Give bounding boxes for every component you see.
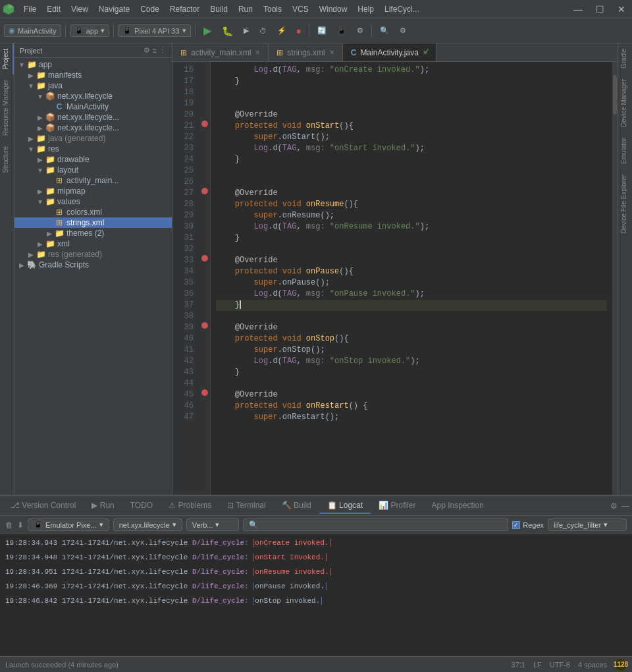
tree-item-activity-main-xml[interactable]: ▶ ⊞ activity_main... (14, 175, 172, 186)
tab-terminal[interactable]: ⊡ Terminal (219, 498, 273, 514)
status-line-ending[interactable]: LF (533, 661, 542, 669)
menu-refactor[interactable]: Refactor (165, 3, 205, 15)
status-encoding[interactable]: UTF-8 (550, 661, 570, 669)
apply-changes-button[interactable]: ⚡ (273, 24, 290, 37)
sync-button[interactable]: 🔄 (313, 24, 330, 37)
scroll-to-end-icon[interactable]: ⬇ (17, 520, 24, 530)
menu-run[interactable]: Run (233, 3, 258, 15)
sidebar-item-device-file-explorer[interactable]: Device File Explorer (618, 169, 632, 238)
coverage-button[interactable]: ▶̈ (240, 24, 253, 37)
sidebar-item-gradle[interactable]: Gradle (618, 43, 632, 74)
tree-item-layout[interactable]: ▼ 📁 layout (14, 165, 172, 175)
run-config-dropdown[interactable]: ◉ MainActivity (4, 24, 61, 37)
tree-item-res[interactable]: ▼ 📁 res (14, 144, 172, 154)
menu-navigate[interactable]: Navigate (93, 3, 135, 15)
tab-run[interactable]: ▶ Run (84, 498, 122, 514)
tab-activity-main-xml[interactable]: ⊞ activity_main.xml ✕ (172, 43, 269, 61)
project-dropdown[interactable]: 📱 app ▾ (70, 24, 109, 37)
regex-checkbox-area[interactable]: ✓ Regex (512, 521, 544, 529)
menu-code[interactable]: Code (135, 3, 165, 15)
tree-item-manifests[interactable]: ▶ 📁 manifests (14, 70, 172, 80)
package-dropdown[interactable]: net.xyx.lifecycle ▾ (113, 518, 182, 531)
gutter-27[interactable] (199, 185, 210, 196)
tree-item-java[interactable]: ▼ 📁 java (14, 80, 172, 91)
sidebar-item-device-manager[interactable]: Device Manager (618, 74, 632, 132)
code-scroll-thumb[interactable] (613, 75, 617, 115)
tab-problems[interactable]: ⚠ Problems (161, 498, 219, 514)
project-settings-icon[interactable]: ⚙ (144, 46, 150, 55)
level-dropdown[interactable]: Verb... ▾ (186, 518, 239, 531)
close-button[interactable]: ✕ (614, 4, 629, 14)
tree-label-themes: themes (2) (66, 229, 104, 238)
tab-strings-xml[interactable]: ⊞ strings.xml ✕ (269, 43, 342, 61)
tree-item-mipmap[interactable]: ▶ 📁 mipmap (14, 186, 172, 196)
tab-close-strings[interactable]: ✕ (329, 49, 334, 56)
code-content[interactable]: Log.d(TAG, msg: "onCreate invoked."); } … (211, 62, 612, 495)
code-scrollbar[interactable] (612, 62, 618, 495)
sidebar-item-project[interactable]: Project (0, 43, 14, 74)
avd-manager-button[interactable]: 📱 (333, 24, 350, 37)
minimize-button[interactable]: — (569, 4, 587, 14)
tab-todo[interactable]: TODO (122, 498, 161, 514)
tree-item-mainactivity[interactable]: ▶ C MainActivity (14, 101, 172, 112)
status-indent[interactable]: 4 spaces (578, 661, 607, 669)
project-more-icon[interactable]: ⋮ (159, 46, 167, 55)
tab-build[interactable]: 🔨 Build (274, 498, 319, 514)
tab-logcat[interactable]: 📋 Logcat (319, 498, 371, 514)
tree-item-app[interactable]: ▼ 📁 app (14, 59, 172, 70)
warning-badge[interactable]: 1128 (615, 659, 627, 671)
menu-file[interactable]: File (18, 3, 41, 15)
tree-item-xml[interactable]: ▶ 📁 xml (14, 238, 172, 249)
device-dropdown[interactable]: 📱 Pixel 4 API 33 ▾ (118, 24, 191, 37)
sidebar-item-resource-manager[interactable]: Resource Manager (0, 74, 14, 141)
menu-tools[interactable]: Tools (258, 3, 287, 15)
menu-edit[interactable]: Edit (41, 3, 66, 15)
logcat-search-input[interactable] (261, 521, 503, 529)
regex-checkbox[interactable]: ✓ (512, 521, 520, 529)
project-collapse-icon[interactable]: ≡ (153, 47, 157, 55)
menu-view[interactable]: View (66, 3, 93, 15)
settings-button[interactable]: ⚙ (396, 24, 410, 37)
menu-build[interactable]: Build (205, 3, 233, 15)
gutter-39[interactable] (199, 320, 210, 331)
gutter-21[interactable] (199, 118, 210, 129)
sidebar-item-emulator[interactable]: Emulator (618, 132, 632, 169)
tab-profiler[interactable]: 📊 Profiler (371, 498, 423, 514)
tree-item-package-3[interactable]: ▶ 📦 net.xyx.lifecycle... (14, 123, 172, 133)
tree-item-strings-xml[interactable]: ▶ ⊞ strings.xml (14, 217, 172, 228)
tree-item-colors-xml[interactable]: ▶ ⊞ colors.xml (14, 207, 172, 217)
tree-item-res-generated[interactable]: ▶ 📁 res (generated) (14, 249, 172, 260)
tab-close-activity-main[interactable]: ✕ (255, 49, 260, 56)
logcat-search-box[interactable]: 🔍 (243, 518, 509, 531)
tab-version-control[interactable]: ⎇ Version Control (3, 498, 84, 514)
tree-item-values[interactable]: ▼ 📁 values (14, 196, 172, 207)
sdk-manager-button[interactable]: ⚙ (353, 24, 367, 37)
menu-help[interactable]: Help (352, 3, 379, 15)
menu-window[interactable]: Window (314, 3, 353, 15)
tree-item-drawable[interactable]: ▶ 📁 drawable (14, 154, 172, 165)
minimize-panel-icon[interactable]: — (621, 501, 629, 511)
run-button[interactable]: ▶ (199, 22, 215, 39)
search-button[interactable]: 🔍 (376, 24, 393, 37)
clear-logcat-icon[interactable]: 🗑 (5, 520, 13, 530)
tree-item-package-2[interactable]: ▶ 📦 net.xyx.lifecycle... (14, 112, 172, 123)
menu-vcs[interactable]: VCS (287, 3, 314, 15)
line-num-16: 16 (172, 65, 194, 76)
settings-gear-icon[interactable]: ⚙ (610, 501, 618, 511)
profile-button[interactable]: ⏱ (255, 25, 271, 37)
tree-item-package-main[interactable]: ▼ 📦 net.xyx.lifecycle (14, 91, 172, 101)
gutter-45[interactable] (199, 387, 210, 398)
status-position[interactable]: 37:1 (512, 661, 525, 669)
tree-item-gradle-scripts[interactable]: ▶ 🐘 Gradle Scripts (14, 260, 172, 270)
tab-mainactivity-java[interactable]: C MainActivity.java ✕ ✓ (343, 43, 436, 61)
stop-button[interactable]: ■ (293, 25, 305, 37)
debug-button[interactable]: 🐛 (218, 24, 237, 38)
tab-app-inspection[interactable]: App Inspection (423, 498, 491, 514)
gutter-33[interactable] (199, 252, 210, 264)
tree-item-themes[interactable]: ▶ 📁 themes (2) (14, 228, 172, 238)
sidebar-item-structure[interactable]: Structure (0, 141, 14, 179)
emulator-dropdown[interactable]: 📱 Emulator Pixe... ▾ (28, 518, 109, 531)
tree-item-java-generated[interactable]: ▶ 📁 java (generated) (14, 133, 172, 144)
filter-dropdown[interactable]: life_cycle_filter ▾ (548, 518, 627, 531)
maximize-button[interactable]: ☐ (592, 4, 608, 14)
